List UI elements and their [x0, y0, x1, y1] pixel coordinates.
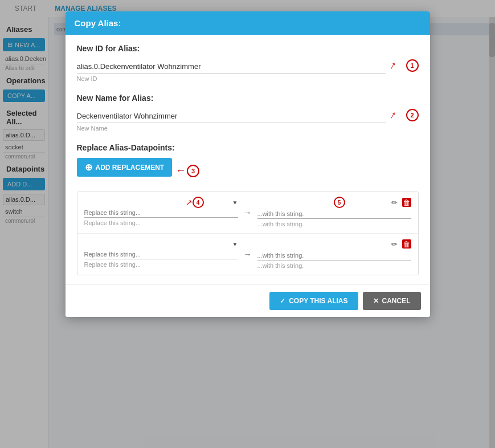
edit-icon-2[interactable]: ✏ [391, 240, 398, 249]
new-id-field-group: New ID ↑ 1 [77, 59, 419, 82]
annotation-4: 4 [193, 197, 204, 208]
modal-body: New ID for Alias: New ID ↑ 1 New Name fo… [66, 35, 430, 284]
copy-btn-label: COPY THIS ALIAS [289, 297, 347, 305]
delete-button-1[interactable]: 🗑 [402, 198, 411, 207]
new-name-input[interactable] [77, 109, 386, 123]
modal-overlay: Copy Alias: New ID for Alias: New ID ↑ 1 [0, 0, 495, 448]
arrow-separator-2: → [244, 250, 252, 259]
modal-title: Copy Alias: [75, 18, 121, 28]
annotation-2: 2 [406, 109, 419, 121]
checkmark-icon: ✓ [280, 297, 285, 305]
new-name-field-group: New Name ↑ 2 [77, 108, 419, 132]
replace-to-input-1[interactable] [257, 209, 411, 219]
add-replacement-button[interactable]: ⊕ ADD REPLACEMENT [77, 158, 173, 177]
annotation-1: 1 [406, 59, 419, 72]
new-id-input[interactable] [77, 60, 386, 74]
replacement-row-2: ▼ Replace this string... → ✏ 🗑 ...with t… [77, 234, 418, 275]
modal-footer: ✓ COPY THIS ALIAS ✕ CANCEL [66, 284, 430, 317]
replace-to-label-2: ...with this string. [257, 262, 411, 269]
replacement-row-1: ↗ 4 5 ▼ Replace this string... → [77, 192, 418, 234]
new-id-sublabel: New ID [77, 75, 386, 82]
modal-header: Copy Alias: [66, 11, 430, 35]
x-icon: ✕ [373, 297, 379, 305]
replacements-container: ↗ 4 5 ▼ Replace this string... → [77, 192, 419, 275]
add-replacement-label: ADD REPLACEMENT [96, 164, 165, 172]
replace-section-label: Replace Alias-Datapoints: [77, 143, 419, 152]
cancel-btn-label: CANCEL [382, 297, 411, 305]
new-name-sublabel: New Name [77, 125, 386, 132]
new-name-section-label: New Name for Alias: [77, 93, 419, 103]
replace-to-input-2[interactable] [257, 251, 411, 260]
copy-this-alias-button[interactable]: ✓ COPY THIS ALIAS [269, 292, 358, 310]
annotation-3: 3 [187, 165, 199, 177]
replace-from-input-1[interactable] [84, 208, 238, 218]
replace-to-label-1: ...with this string. [257, 221, 411, 227]
dropdown-arrow-1[interactable]: ▼ [232, 199, 238, 206]
new-id-section-label: New ID for Alias: [77, 44, 419, 53]
annotation-5: 5 [334, 197, 345, 208]
edit-icon-1[interactable]: ✏ [391, 198, 398, 207]
arrow-separator-1: → [244, 208, 252, 217]
cancel-button[interactable]: ✕ CANCEL [363, 292, 421, 310]
delete-button-2[interactable]: 🗑 [402, 239, 411, 249]
plus-icon: ⊕ [85, 162, 92, 173]
dropdown-arrow-2[interactable]: ▼ [232, 241, 238, 247]
replace-from-label-1: Replace this string... [84, 219, 238, 226]
copy-alias-modal: Copy Alias: New ID for Alias: New ID ↑ 1 [66, 11, 430, 317]
replace-from-input-2[interactable] [84, 250, 238, 259]
replace-from-label-2: Replace this string... [84, 261, 238, 268]
